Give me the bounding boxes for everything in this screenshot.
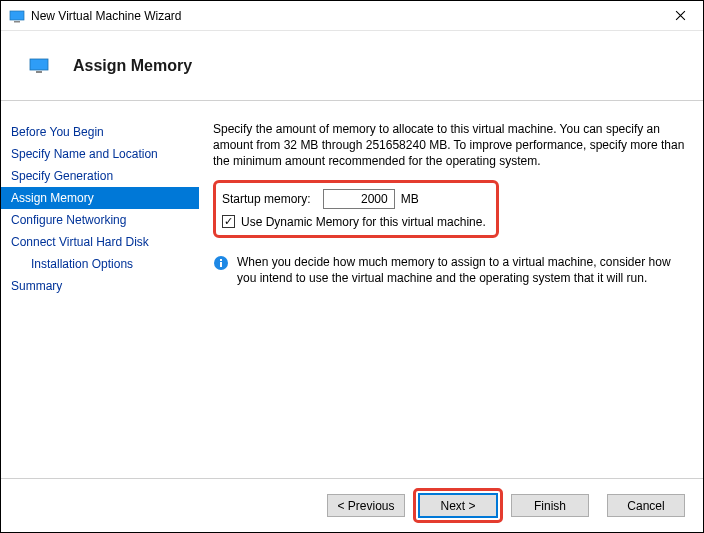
- svg-rect-0: [10, 11, 24, 20]
- info-text: When you decide how much memory to assig…: [237, 254, 685, 286]
- dynamic-memory-checkbox[interactable]: ✓: [222, 215, 235, 228]
- sidebar-item-installation-options[interactable]: Installation Options: [1, 253, 199, 275]
- wizard-body: Before You Begin Specify Name and Locati…: [1, 101, 703, 478]
- annotation-highlight-memory: Startup memory: MB ✓ Use Dynamic Memory …: [213, 180, 499, 238]
- startup-memory-label: Startup memory:: [222, 192, 311, 206]
- wizard-window: New Virtual Machine Wizard Assign Memory…: [0, 0, 704, 533]
- close-button[interactable]: [658, 1, 703, 31]
- sidebar-item-summary[interactable]: Summary: [1, 275, 199, 297]
- window-title: New Virtual Machine Wizard: [31, 9, 182, 23]
- dynamic-memory-row: ✓ Use Dynamic Memory for this virtual ma…: [222, 215, 486, 229]
- sidebar-item-assign-memory[interactable]: Assign Memory: [1, 187, 199, 209]
- startup-memory-input[interactable]: [323, 189, 395, 209]
- main-panel: Specify the amount of memory to allocate…: [199, 101, 703, 478]
- monitor-icon: [29, 58, 49, 74]
- finish-button[interactable]: Finish: [511, 494, 589, 517]
- next-button[interactable]: Next >: [419, 494, 497, 517]
- info-icon: [213, 255, 229, 271]
- svg-rect-5: [220, 262, 222, 267]
- annotation-highlight-next: Next >: [413, 488, 503, 523]
- wizard-header: Assign Memory: [1, 31, 703, 101]
- previous-button[interactable]: < Previous: [327, 494, 405, 517]
- wizard-footer: < Previous Next > Finish Cancel: [1, 478, 703, 532]
- cancel-button[interactable]: Cancel: [607, 494, 685, 517]
- page-title: Assign Memory: [73, 57, 192, 75]
- svg-rect-2: [30, 59, 48, 70]
- sidebar-item-connect-vhd[interactable]: Connect Virtual Hard Disk: [1, 231, 199, 253]
- startup-memory-unit: MB: [401, 192, 419, 206]
- sidebar-item-specify-name[interactable]: Specify Name and Location: [1, 143, 199, 165]
- svg-rect-1: [14, 21, 20, 23]
- description-text: Specify the amount of memory to allocate…: [213, 121, 685, 170]
- startup-memory-row: Startup memory: MB: [222, 189, 486, 209]
- dynamic-memory-label: Use Dynamic Memory for this virtual mach…: [241, 215, 486, 229]
- svg-rect-6: [220, 259, 222, 261]
- titlebar: New Virtual Machine Wizard: [1, 1, 703, 31]
- sidebar-item-configure-networking[interactable]: Configure Networking: [1, 209, 199, 231]
- app-icon: [9, 8, 25, 24]
- sidebar-item-before-you-begin[interactable]: Before You Begin: [1, 121, 199, 143]
- info-row: When you decide how much memory to assig…: [213, 254, 685, 286]
- sidebar: Before You Begin Specify Name and Locati…: [1, 101, 199, 478]
- sidebar-item-specify-generation[interactable]: Specify Generation: [1, 165, 199, 187]
- svg-rect-3: [36, 71, 42, 73]
